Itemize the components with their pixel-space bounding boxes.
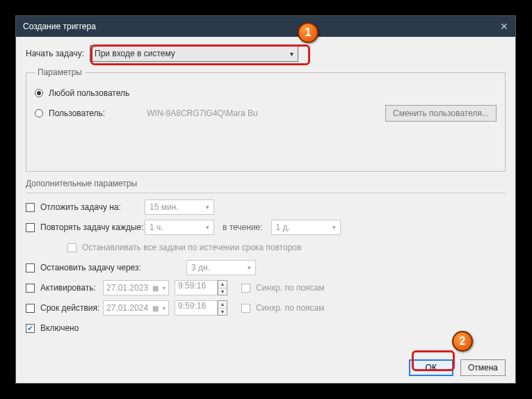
user-value: WIN-9A8CRG7IG4Q\Mara Bu [147,108,385,118]
begin-task-label: Начать задачу: [26,49,84,58]
radio-specific-user[interactable] [35,109,43,117]
radio-any-user[interactable] [35,89,43,97]
chevron-down-icon: ▾ [290,50,293,58]
change-user-button[interactable]: Сменить пользователя... [385,105,497,122]
repeat-dropdown[interactable]: 1 ч. ▾ [145,220,214,235]
sync-tz-checkbox-1 [241,284,250,293]
during-dropdown[interactable]: 1 д. ▾ [271,220,341,235]
stop-after-label: Остановить задачу через: [40,263,186,272]
sync-tz-label-1: Синхр. по поясам [256,283,324,293]
expire-date-input[interactable]: 27.01.2024 ▦ ▾ [103,300,169,316]
activate-time-input[interactable]: 9:59:16 [175,280,218,295]
repeat-checkbox[interactable] [26,223,35,232]
delay-checkbox[interactable] [26,203,35,212]
radio-specific-user-label: Пользователь: [49,108,105,118]
annotation-marker-2: 2 [452,331,473,352]
begin-task-dropdown[interactable]: При входе в систему ▾ [90,45,298,62]
activate-date-input[interactable]: 27.01.2023 ▦ ▾ [103,280,169,295]
delay-label: Отложить задачу на: [40,202,145,212]
expire-label: Срок действия: [40,303,103,313]
titlebar: Создание триггера ✕ [16,16,515,37]
window-title: Создание триггера [23,22,96,31]
activate-label: Активировать: [40,283,103,293]
activate-checkbox[interactable] [26,284,35,293]
sync-tz-label-2: Синхр. по поясам [256,303,324,313]
radio-any-user-label: Любой пользователь [49,88,129,98]
chevron-down-icon: ▾ [332,224,336,231]
during-label: в течение: [223,222,263,232]
stop-after-checkbox[interactable] [26,263,35,272]
params-fieldset: Параметры Любой пользователь Пользовател… [26,67,506,172]
delay-dropdown[interactable]: 15 мин. ▾ [145,200,214,215]
cancel-button[interactable]: Отмена [460,359,506,376]
chevron-down-icon: ▾ [163,285,166,291]
calendar-icon: ▦ [152,304,159,312]
stop-after-dropdown[interactable]: 3 дн. ▾ [186,260,256,275]
enabled-label: Включено [40,323,79,333]
annotation-marker-1: 1 [298,22,319,43]
ok-button[interactable]: ОК [409,359,453,376]
enabled-checkbox[interactable] [26,324,35,333]
stop-all-checkbox [67,243,76,252]
chevron-down-icon: ▾ [248,264,251,271]
expire-time-spinner[interactable]: ▲▼ [218,300,227,316]
create-trigger-dialog: Создание триггера ✕ Начать задачу: При в… [15,15,516,384]
chevron-down-icon: ▾ [206,224,209,231]
expire-time-input[interactable]: 9:59:16 [175,300,218,316]
params-legend: Параметры [35,67,85,77]
advanced-label: Дополнительные параметры [26,179,506,188]
sync-tz-checkbox-2 [241,304,250,313]
expire-checkbox[interactable] [26,304,35,313]
repeat-label: Повторять задачу каждые: [40,222,145,232]
chevron-down-icon: ▾ [206,204,209,211]
chevron-down-icon: ▾ [163,305,166,311]
activate-time-spinner[interactable]: ▲▼ [218,280,227,295]
close-icon[interactable]: ✕ [500,21,508,32]
begin-task-value: При входе в систему [95,49,175,58]
stop-all-label: Останавливать все задачи по истечении ср… [82,243,301,252]
calendar-icon: ▦ [152,284,159,292]
